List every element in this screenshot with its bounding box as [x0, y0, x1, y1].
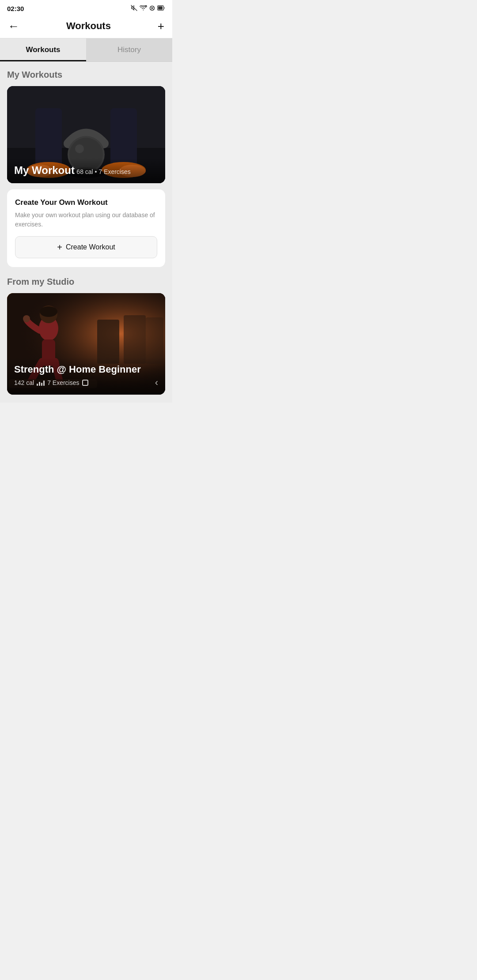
studio-meta-row: 142 cal 7 Exercises ‹: [14, 377, 158, 388]
svg-point-23: [40, 306, 57, 317]
svg-point-24: [23, 315, 30, 322]
status-bar: 02:30: [0, 0, 172, 16]
create-workout-button-label: Create Workout: [66, 243, 115, 251]
workout-card-overlay: My Workout 68 cal • 7 Exercises: [7, 158, 165, 183]
watch-icon: [82, 380, 88, 386]
add-button[interactable]: +: [158, 20, 164, 32]
create-workout-button[interactable]: + Create Workout: [15, 236, 157, 258]
app-header: ← Workouts +: [0, 16, 172, 38]
alarm-icon: [149, 5, 155, 12]
workout-meta: 68 cal • 7 Exercises: [76, 168, 130, 175]
chevron-right-icon: ‹: [155, 377, 158, 388]
back-button[interactable]: ←: [8, 20, 19, 32]
create-card-description: Make your own workout plan using our dat…: [15, 211, 157, 229]
battery-icon: [157, 5, 165, 12]
my-workout-card[interactable]: My Workout 68 cal • 7 Exercises: [7, 86, 165, 183]
studio-workout-meta: 142 cal 7 Exercises: [14, 379, 88, 386]
studio-workout-name: Strength @ Home Beginner: [14, 364, 158, 375]
status-time: 02:30: [7, 5, 24, 12]
bar-chart-icon: [37, 380, 45, 386]
svg-point-14: [75, 144, 84, 153]
create-workout-card: Create Your Own Workout Make your own wo…: [7, 189, 165, 267]
page-title: Workouts: [66, 20, 111, 32]
svg-rect-2: [158, 6, 163, 9]
main-content: My Workouts: [0, 62, 172, 403]
tab-workouts[interactable]: Workouts: [0, 38, 86, 61]
svg-rect-20: [146, 317, 163, 364]
from-studio-section-title: From my Studio: [7, 277, 165, 287]
my-workouts-section-title: My Workouts: [7, 70, 165, 80]
mute-icon: [131, 5, 137, 12]
status-icons: [131, 5, 165, 12]
wifi-icon: [140, 5, 147, 12]
svg-rect-19: [124, 315, 146, 364]
create-card-title: Create Your Own Workout: [15, 198, 157, 207]
plus-icon: +: [57, 243, 62, 252]
tab-bar: Workouts History: [0, 38, 172, 62]
workout-name: My Workout: [14, 164, 75, 176]
tab-history[interactable]: History: [86, 38, 172, 61]
studio-workout-card[interactable]: Strength @ Home Beginner 142 cal 7 Exerc…: [7, 293, 165, 395]
studio-card-overlay: Strength @ Home Beginner 142 cal 7 Exerc…: [7, 358, 165, 395]
